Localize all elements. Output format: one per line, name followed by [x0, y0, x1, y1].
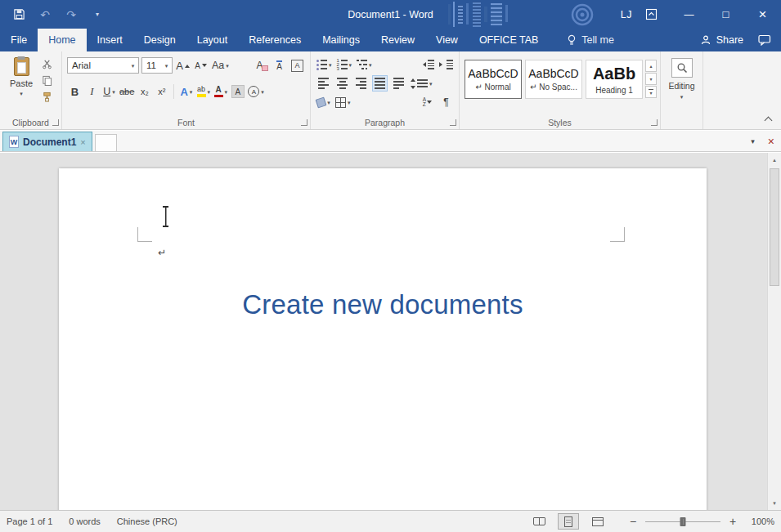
bold-button[interactable]: B	[67, 83, 83, 100]
print-layout-button[interactable]	[558, 513, 579, 530]
font-color-button[interactable]: A▾	[213, 83, 228, 100]
paste-button[interactable]: Paste ▾	[4, 55, 38, 116]
share-button[interactable]: Share	[700, 34, 743, 46]
styles-dialog-launcher[interactable]	[651, 119, 658, 126]
tab-references[interactable]: References	[238, 29, 312, 51]
styles-more-button[interactable]: ▾	[645, 86, 657, 98]
bullets-button[interactable]: ▾	[316, 56, 333, 73]
underline-button[interactable]: U▾	[101, 83, 117, 100]
zoom-out-button[interactable]: −	[628, 515, 638, 528]
subscript-button[interactable]: x₂	[137, 83, 152, 100]
triangle-up-icon	[185, 62, 190, 68]
zoom-in-button[interactable]: +	[728, 515, 738, 528]
phonetic-guide-button[interactable]: A	[272, 57, 287, 74]
web-layout-button[interactable]	[587, 513, 608, 530]
search-icon	[676, 62, 688, 74]
align-center-button[interactable]	[334, 75, 350, 92]
tab-close-icon[interactable]: ×	[80, 137, 85, 147]
tabbar-close-button[interactable]: ×	[768, 136, 774, 147]
zoom-percentage[interactable]: 100%	[745, 516, 774, 526]
word-count[interactable]: 0 words	[61, 511, 109, 532]
tab-layout[interactable]: Layout	[186, 29, 239, 51]
comments-button[interactable]	[758, 34, 771, 46]
strikethrough-button[interactable]: abe	[119, 83, 135, 100]
style-heading-1[interactable]: AaBb Heading 1	[586, 60, 643, 99]
style-no-spacing[interactable]: AaBbCcD ↵ No Spac...	[525, 60, 582, 99]
clipboard-group-label: Clipboard	[12, 118, 49, 127]
collapse-ribbon-button[interactable]	[765, 116, 773, 123]
cut-button[interactable]	[42, 59, 55, 69]
align-right-button[interactable]	[353, 75, 369, 92]
tab-mailings[interactable]: Mailings	[312, 29, 370, 51]
tab-list-dropdown[interactable]: ▾	[751, 137, 755, 145]
tab-insert[interactable]: Insert	[87, 29, 133, 51]
save-button[interactable]	[11, 7, 26, 22]
account-user-initials[interactable]: LJ	[621, 9, 632, 20]
scrollbar-thumb[interactable]	[770, 168, 779, 286]
change-case-button[interactable]: Aa▾	[211, 57, 230, 74]
text-effects-icon: A	[180, 86, 187, 98]
highlight-icon: ab	[197, 86, 206, 97]
tab-home[interactable]: Home	[38, 29, 86, 51]
tab-review[interactable]: Review	[370, 29, 425, 51]
read-mode-button[interactable]	[528, 513, 550, 530]
scroll-down-button[interactable]: ▾	[768, 496, 781, 510]
distribute-button[interactable]	[391, 75, 406, 92]
increase-indent-button[interactable]	[438, 56, 454, 73]
superscript-button[interactable]: x²	[154, 83, 169, 100]
line-spacing-button[interactable]: ▾	[410, 75, 433, 92]
font-size-combobox[interactable]: 11 ▾	[141, 57, 173, 74]
clear-formatting-button[interactable]: A	[254, 57, 269, 74]
copy-button[interactable]	[42, 75, 55, 86]
italic-button[interactable]: I	[84, 83, 100, 100]
close-button[interactable]: ×	[744, 0, 781, 29]
enclose-characters-button[interactable]: A▾	[247, 83, 265, 100]
paragraph-dialog-launcher[interactable]	[450, 119, 456, 126]
grow-font-button[interactable]: A	[175, 57, 191, 74]
maximize-button[interactable]: □	[707, 0, 744, 29]
zoom-slider[interactable]	[645, 516, 720, 527]
undo-button[interactable]: ↶	[38, 7, 52, 22]
character-shading-button[interactable]: A	[230, 83, 245, 100]
font-name-combobox[interactable]: Arial ▾	[67, 57, 139, 74]
clipboard-dialog-launcher[interactable]	[52, 119, 59, 126]
new-document-tab[interactable]	[95, 134, 117, 151]
styles-scroll-up-button[interactable]: ▴	[645, 60, 657, 72]
clipboard-group: Paste ▾ Clipboard	[0, 51, 62, 129]
redo-button[interactable]: ↷	[64, 7, 79, 22]
numbering-button[interactable]: ▾	[336, 56, 353, 73]
style-normal[interactable]: AaBbCcD ↵ Normal	[465, 60, 522, 99]
justify-button[interactable]	[372, 75, 388, 92]
text-highlight-button[interactable]: ab▾	[195, 83, 211, 100]
page-indicator[interactable]: Page 1 of 1	[7, 511, 61, 532]
tab-file[interactable]: File	[0, 29, 38, 51]
vertical-scrollbar[interactable]: ▴ ▾	[767, 153, 781, 510]
format-painter-button[interactable]	[42, 92, 55, 102]
ribbon-display-options-button[interactable]	[645, 8, 658, 20]
zoom-slider-thumb[interactable]	[680, 517, 686, 526]
scroll-up-button[interactable]: ▴	[768, 153, 781, 167]
text-effects-button[interactable]: A▾	[178, 83, 194, 100]
customize-qat-button[interactable]: ▾	[90, 7, 105, 22]
minimize-button[interactable]: —	[671, 0, 707, 29]
tell-me-button[interactable]: Tell me	[567, 29, 614, 51]
borders-button[interactable]: ▾	[334, 94, 352, 110]
character-border-button[interactable]: A	[290, 57, 305, 74]
styles-scroll-down-button[interactable]: ▾	[645, 73, 657, 85]
align-left-button[interactable]	[316, 75, 331, 92]
tab-design[interactable]: Design	[133, 29, 186, 51]
document-tab[interactable]: W Document1 ×	[2, 132, 92, 151]
page[interactable]: ↵ Create new documents	[59, 168, 707, 510]
show-hide-marks-button[interactable]: ¶	[438, 94, 454, 110]
sort-button[interactable]: AZ	[420, 94, 435, 110]
font-dialog-launcher[interactable]	[301, 119, 307, 126]
shrink-font-button[interactable]: A	[193, 57, 209, 74]
editing-menu-button[interactable]: Editing ▾	[664, 55, 699, 100]
shading-button[interactable]: ▾	[316, 94, 331, 110]
tab-view[interactable]: View	[425, 29, 469, 51]
decrease-indent-button[interactable]	[420, 56, 435, 73]
language-indicator[interactable]: Chinese (PRC)	[109, 511, 186, 532]
multilevel-list-button[interactable]: ▾	[356, 56, 373, 73]
style-gallery-scroll: ▴ ▾ ▾	[645, 60, 657, 98]
tab-office-tab[interactable]: OFFICE TAB	[469, 29, 549, 51]
